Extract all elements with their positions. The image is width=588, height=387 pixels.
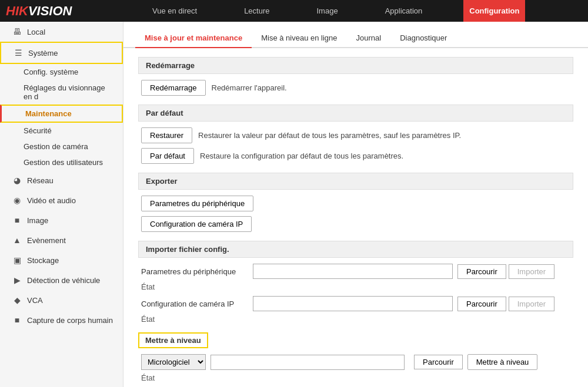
sidebar-label-capture-corps: Capture de corps humain [27,316,113,325]
tab-maj-maintenance[interactable]: Mise à jour et maintenance [135,29,252,48]
sidebar-item-gestion-camera[interactable]: Gestion de caméra [0,139,123,154]
sidebar-item-systeme[interactable]: ☰ Système [0,42,123,64]
section-par-defaut-header: Par défaut [138,105,573,122]
sidebar-item-video-audio[interactable]: ◉ Vidéo et audio [0,190,123,210]
btn-firmware-mettre-niveau[interactable]: Mettre à niveau [467,354,538,370]
nav-lecture[interactable]: Lecture [238,0,275,22]
logo: HIKVISION [6,4,72,19]
import-parametres-etat: État [138,282,573,291]
tab-diagnostiquer[interactable]: Diagnostiquer [390,29,456,48]
btn-import-parcourir-parametres[interactable]: Parcourir [457,264,506,279]
export-config-camera-row: Configuration de caméra IP [138,216,573,232]
section-redemarrage: Redémarrage Redémarrage Redémarrer l'app… [138,57,573,96]
main-layout: 🖶 Local ☰ Système Config. système Réglag… [0,22,588,387]
sidebar-label-stockage: Stockage [27,256,59,265]
tab-journal[interactable]: Journal [347,29,391,48]
section-exporter-header: Exporter [138,173,573,190]
import-config-camera-input[interactable] [253,296,453,311]
sidebar-item-reglages-visionnage[interactable]: Réglages du visionnage en d [0,80,123,105]
btn-firmware-parcourir[interactable]: Parcourir [414,355,463,369]
system-icon: ☰ [13,48,24,58]
btn-export-config-camera[interactable]: Configuration de caméra IP [141,216,252,232]
monitor-icon: 🖶 [12,26,22,37]
sidebar-item-image[interactable]: ■ Image [0,210,123,230]
sidebar-label-local: Local [27,28,45,36]
import-config-camera-label: Configuration de caméra IP [141,299,253,308]
nav-application[interactable]: Application [379,0,429,22]
sidebar-item-config-systeme[interactable]: Config. système [0,64,123,80]
sidebar-item-reseau[interactable]: ◕ Réseau [0,170,123,190]
section-exporter: Exporter Parametres du périphérique Conf… [138,173,573,232]
sidebar-item-detection-vehicule[interactable]: ▶ Détection de véhicule [0,270,123,290]
import-config-camera-etat: État [138,315,573,324]
sidebar-item-vca[interactable]: ◆ VCA [0,290,123,310]
logo-vision: VISION [28,4,72,19]
sidebar-label-detection-vehicule: Détection de véhicule [27,276,100,285]
section-redemarrage-header: Redémarrage [138,57,573,74]
firmware-row: Micrologiciel Parcourir Mettre à niveau [138,354,573,370]
sidebar-item-maintenance[interactable]: Maintenance [0,105,123,123]
sidebar: 🖶 Local ☰ Système Config. système Réglag… [0,22,123,387]
section-importer: Importer fichier config. Parametres du p… [138,241,573,324]
firmware-input[interactable] [211,355,405,370]
nav-configuration[interactable]: Configuration [463,0,525,22]
video-icon: ◉ [12,195,22,206]
image-icon: ■ [12,215,22,226]
top-navigation: HIKVISION Vue en direct Lecture Image Ap… [0,0,588,22]
nav-image[interactable]: Image [311,0,344,22]
sidebar-label-video-audio: Vidéo et audio [27,196,76,205]
section-mettre-niveau-header: Mettre à niveau [138,332,208,348]
sidebar-item-stockage[interactable]: ▣ Stockage [0,250,123,270]
top-nav-items: Vue en direct Lecture Image Application … [89,0,582,22]
sidebar-label-systeme: Système [28,49,58,58]
import-parametres-input[interactable] [253,264,453,279]
nav-vue-en-direct[interactable]: Vue en direct [146,0,203,22]
sidebar-label-vca: VCA [27,296,43,305]
par-defaut-desc: Restaure la configuration par défaut de … [200,152,403,160]
btn-import-importer-config[interactable]: Importer [509,297,554,311]
btn-par-defaut[interactable]: Par défaut [141,148,194,164]
sidebar-item-local[interactable]: 🖶 Local [0,22,123,42]
btn-redemarrage[interactable]: Redémarrage [141,80,206,96]
firmware-select[interactable]: Micrologiciel [141,354,206,370]
tab-maj-enligne[interactable]: Mise à niveau en ligne [252,29,346,48]
import-parametres-label: Parametres du périphérique [141,267,253,276]
btn-export-parametres[interactable]: Parametres du périphérique [141,196,253,211]
import-config-camera-row: Configuration de caméra IP Parcourir Imp… [138,296,573,311]
btn-import-importer-parametres[interactable]: Importer [509,264,554,279]
sidebar-label-image: Image [27,216,48,225]
redemarrage-row: Redémarrage Redémarrer l'appareil. [138,80,573,96]
logo-hik: HIK [6,4,28,19]
btn-import-parcourir-config[interactable]: Parcourir [457,297,506,311]
sub-tabs: Mise à jour et maintenance Mise à niveau… [123,22,588,48]
vehicle-icon: ▶ [12,275,22,285]
btn-restaurer[interactable]: Restaurer [141,127,192,143]
firmware-etat: État [138,373,573,382]
sidebar-label-evenement: Evènement [27,236,66,245]
import-parametres-row: Parametres du périphérique Parcourir Imp… [138,264,573,279]
sidebar-item-evenement[interactable]: ▲ Evènement [0,230,123,250]
restaurer-desc: Restaurer la valeur par défaut de tous l… [198,131,461,140]
section-mettre-niveau-title: Mettre à niveau [145,336,201,345]
vca-icon: ◆ [12,295,22,305]
redemarrage-desc: Redémarrer l'appareil. [212,83,287,92]
export-parametres-row: Parametres du périphérique [138,196,573,211]
storage-icon: ▣ [12,255,22,265]
par-defaut-row: Par défaut Restaure la configuration par… [138,148,573,164]
sidebar-item-gestion-utilisateurs[interactable]: Gestion des utilisateurs [0,154,123,170]
network-icon: ◕ [12,175,22,186]
content-body: Redémarrage Redémarrage Redémarrer l'app… [123,48,588,387]
sidebar-item-capture-corps[interactable]: ■ Capture de corps humain [0,310,123,330]
restaurer-row: Restaurer Restaurer la valeur par défaut… [138,127,573,143]
section-mettre-niveau: Mettre à niveau Micrologiciel Parcourir … [138,332,573,387]
sidebar-label-reseau: Réseau [27,176,54,185]
body-icon: ■ [12,315,22,325]
event-icon: ▲ [12,235,22,245]
content-area: Mise à jour et maintenance Mise à niveau… [123,22,588,387]
sidebar-item-securite[interactable]: Sécurité [0,123,123,139]
section-importer-header: Importer fichier config. [138,241,573,258]
section-par-defaut: Par défaut Restaurer Restaurer la valeur… [138,105,573,164]
